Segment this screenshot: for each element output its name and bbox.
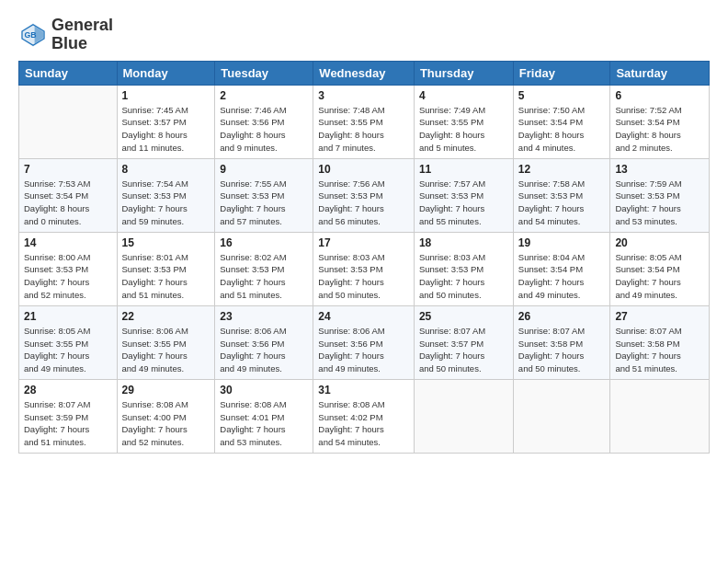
calendar-cell xyxy=(19,85,118,158)
day-number: 3 xyxy=(318,89,409,102)
day-info: Sunrise: 7:55 AM Sunset: 3:53 PM Dayligh… xyxy=(220,178,308,228)
day-info: Sunrise: 8:07 AM Sunset: 3:57 PM Dayligh… xyxy=(419,325,508,375)
day-info: Sunrise: 8:04 AM Sunset: 3:54 PM Dayligh… xyxy=(518,251,606,302)
calendar-cell: 2Sunrise: 7:46 AM Sunset: 3:56 PM Daylig… xyxy=(215,85,313,158)
day-number: 30 xyxy=(220,384,308,396)
day-info: Sunrise: 7:48 AM Sunset: 3:55 PM Dayligh… xyxy=(318,104,409,155)
calendar-cell: 16Sunrise: 8:02 AM Sunset: 3:53 PM Dayli… xyxy=(215,232,313,305)
day-number: 11 xyxy=(419,163,508,176)
logo-text-general: General xyxy=(51,17,113,35)
day-info: Sunrise: 8:08 AM Sunset: 4:01 PM Dayligh… xyxy=(220,398,308,449)
logo-text-blue: Blue xyxy=(51,35,113,53)
logo: GB General Blue xyxy=(18,17,113,53)
day-number: 24 xyxy=(318,310,409,323)
calendar-cell: 9Sunrise: 7:55 AM Sunset: 3:53 PM Daylig… xyxy=(215,158,313,232)
day-info: Sunrise: 8:07 AM Sunset: 3:58 PM Dayligh… xyxy=(518,325,606,375)
calendar-week-row: 21Sunrise: 8:05 AM Sunset: 3:55 PM Dayli… xyxy=(19,305,710,379)
day-number: 17 xyxy=(318,236,409,249)
day-info: Sunrise: 8:08 AM Sunset: 4:00 PM Dayligh… xyxy=(122,398,210,449)
calendar-cell xyxy=(414,379,513,453)
day-info: Sunrise: 8:03 AM Sunset: 3:53 PM Dayligh… xyxy=(318,251,409,302)
day-info: Sunrise: 7:52 AM Sunset: 3:54 PM Dayligh… xyxy=(615,104,704,155)
logo-icon: GB xyxy=(18,20,48,50)
calendar-cell: 20Sunrise: 8:05 AM Sunset: 3:54 PM Dayli… xyxy=(610,232,710,305)
day-number: 14 xyxy=(24,236,112,249)
day-info: Sunrise: 8:06 AM Sunset: 3:56 PM Dayligh… xyxy=(318,325,409,375)
calendar-cell: 13Sunrise: 7:59 AM Sunset: 3:53 PM Dayli… xyxy=(610,158,710,232)
day-info: Sunrise: 8:01 AM Sunset: 3:53 PM Dayligh… xyxy=(122,251,210,302)
calendar-cell: 28Sunrise: 8:07 AM Sunset: 3:59 PM Dayli… xyxy=(19,379,118,453)
day-info: Sunrise: 8:05 AM Sunset: 3:54 PM Dayligh… xyxy=(615,251,704,302)
calendar-cell: 17Sunrise: 8:03 AM Sunset: 3:53 PM Dayli… xyxy=(313,232,415,305)
day-number: 16 xyxy=(220,236,308,249)
day-info: Sunrise: 7:56 AM Sunset: 3:53 PM Dayligh… xyxy=(318,178,409,228)
calendar-table: SundayMondayTuesdayWednesdayThursdayFrid… xyxy=(18,61,710,454)
day-info: Sunrise: 7:49 AM Sunset: 3:55 PM Dayligh… xyxy=(419,104,508,155)
day-info: Sunrise: 7:46 AM Sunset: 3:56 PM Dayligh… xyxy=(220,104,308,155)
calendar-cell: 31Sunrise: 8:08 AM Sunset: 4:02 PM Dayli… xyxy=(313,379,415,453)
calendar-cell: 3Sunrise: 7:48 AM Sunset: 3:55 PM Daylig… xyxy=(313,85,415,158)
calendar-day-header: Friday xyxy=(513,61,610,85)
day-number: 20 xyxy=(615,236,704,249)
calendar-header-row: SundayMondayTuesdayWednesdayThursdayFrid… xyxy=(19,61,710,85)
day-number: 18 xyxy=(419,236,508,249)
calendar-cell: 24Sunrise: 8:06 AM Sunset: 3:56 PM Dayli… xyxy=(313,305,415,379)
day-info: Sunrise: 8:03 AM Sunset: 3:53 PM Dayligh… xyxy=(419,251,508,302)
day-info: Sunrise: 7:54 AM Sunset: 3:53 PM Dayligh… xyxy=(122,178,210,228)
calendar-week-row: 7Sunrise: 7:53 AM Sunset: 3:54 PM Daylig… xyxy=(19,158,710,232)
day-info: Sunrise: 8:06 AM Sunset: 3:56 PM Dayligh… xyxy=(220,325,308,375)
calendar-cell: 30Sunrise: 8:08 AM Sunset: 4:01 PM Dayli… xyxy=(215,379,313,453)
calendar-cell: 25Sunrise: 8:07 AM Sunset: 3:57 PM Dayli… xyxy=(414,305,513,379)
day-info: Sunrise: 8:05 AM Sunset: 3:55 PM Dayligh… xyxy=(24,325,112,375)
day-info: Sunrise: 7:53 AM Sunset: 3:54 PM Dayligh… xyxy=(24,178,112,228)
day-info: Sunrise: 7:59 AM Sunset: 3:53 PM Dayligh… xyxy=(615,178,704,228)
calendar-day-header: Saturday xyxy=(610,61,710,85)
calendar-cell: 1Sunrise: 7:45 AM Sunset: 3:57 PM Daylig… xyxy=(117,85,215,158)
day-info: Sunrise: 8:06 AM Sunset: 3:55 PM Dayligh… xyxy=(122,325,210,375)
calendar-cell: 8Sunrise: 7:54 AM Sunset: 3:53 PM Daylig… xyxy=(117,158,215,232)
calendar-cell: 22Sunrise: 8:06 AM Sunset: 3:55 PM Dayli… xyxy=(117,305,215,379)
day-info: Sunrise: 8:08 AM Sunset: 4:02 PM Dayligh… xyxy=(318,398,409,449)
calendar-day-header: Tuesday xyxy=(215,61,313,85)
calendar-cell: 27Sunrise: 8:07 AM Sunset: 3:58 PM Dayli… xyxy=(610,305,710,379)
svg-text:GB: GB xyxy=(24,30,36,40)
day-info: Sunrise: 7:50 AM Sunset: 3:54 PM Dayligh… xyxy=(518,104,606,155)
day-number: 31 xyxy=(318,384,409,396)
calendar-cell: 7Sunrise: 7:53 AM Sunset: 3:54 PM Daylig… xyxy=(19,158,118,232)
day-info: Sunrise: 7:58 AM Sunset: 3:53 PM Dayligh… xyxy=(518,178,606,228)
day-info: Sunrise: 8:02 AM Sunset: 3:53 PM Dayligh… xyxy=(220,251,308,302)
calendar-day-header: Wednesday xyxy=(313,61,415,85)
day-number: 4 xyxy=(419,89,508,102)
day-number: 10 xyxy=(318,163,409,176)
calendar-cell: 23Sunrise: 8:06 AM Sunset: 3:56 PM Dayli… xyxy=(215,305,313,379)
calendar-cell: 29Sunrise: 8:08 AM Sunset: 4:00 PM Dayli… xyxy=(117,379,215,453)
calendar-cell: 12Sunrise: 7:58 AM Sunset: 3:53 PM Dayli… xyxy=(513,158,610,232)
day-info: Sunrise: 7:57 AM Sunset: 3:53 PM Dayligh… xyxy=(419,178,508,228)
day-number: 8 xyxy=(122,163,210,176)
calendar-cell: 15Sunrise: 8:01 AM Sunset: 3:53 PM Dayli… xyxy=(117,232,215,305)
day-info: Sunrise: 8:07 AM Sunset: 3:59 PM Dayligh… xyxy=(24,398,112,449)
day-number: 12 xyxy=(518,163,606,176)
day-number: 21 xyxy=(24,310,112,323)
day-number: 5 xyxy=(518,89,606,102)
day-number: 15 xyxy=(122,236,210,249)
day-number: 22 xyxy=(122,310,210,323)
calendar-cell: 6Sunrise: 7:52 AM Sunset: 3:54 PM Daylig… xyxy=(610,85,710,158)
calendar-day-header: Monday xyxy=(117,61,215,85)
day-info: Sunrise: 8:07 AM Sunset: 3:58 PM Dayligh… xyxy=(615,325,704,375)
page: GB General Blue SundayMondayTuesdayWedne… xyxy=(0,0,728,563)
calendar-cell xyxy=(610,379,710,453)
calendar-cell: 26Sunrise: 8:07 AM Sunset: 3:58 PM Dayli… xyxy=(513,305,610,379)
calendar-cell: 19Sunrise: 8:04 AM Sunset: 3:54 PM Dayli… xyxy=(513,232,610,305)
calendar-cell: 5Sunrise: 7:50 AM Sunset: 3:54 PM Daylig… xyxy=(513,85,610,158)
day-info: Sunrise: 8:00 AM Sunset: 3:53 PM Dayligh… xyxy=(24,251,112,302)
day-number: 27 xyxy=(615,310,704,323)
day-number: 13 xyxy=(615,163,704,176)
day-number: 6 xyxy=(615,89,704,102)
calendar-day-header: Sunday xyxy=(19,61,118,85)
calendar-week-row: 1Sunrise: 7:45 AM Sunset: 3:57 PM Daylig… xyxy=(19,85,710,158)
day-number: 2 xyxy=(220,89,308,102)
calendar-cell: 11Sunrise: 7:57 AM Sunset: 3:53 PM Dayli… xyxy=(414,158,513,232)
header: GB General Blue xyxy=(18,17,710,53)
day-number: 25 xyxy=(419,310,508,323)
